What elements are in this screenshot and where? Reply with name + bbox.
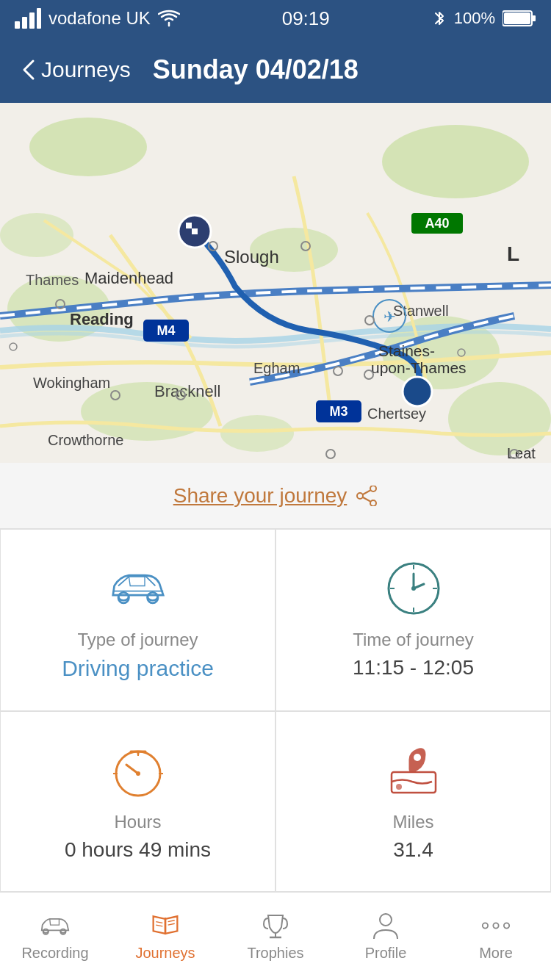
miles-icon: [381, 741, 447, 800]
carrier-text: vodafone UK: [48, 8, 151, 29]
svg-point-86: [396, 784, 402, 790]
time-value: 11:15 - 12:05: [353, 656, 474, 680]
trophies-nav-icon: [261, 911, 290, 940]
miles-label: Miles: [392, 812, 433, 832]
svg-point-72: [411, 586, 416, 591]
svg-point-98: [504, 923, 509, 928]
svg-text:Egham: Egham: [253, 360, 300, 376]
more-nav-icon: [481, 911, 511, 940]
wifi-icon: [158, 10, 180, 27]
svg-text:Thames: Thames: [26, 272, 79, 288]
back-label: Journeys: [41, 57, 131, 82]
svg-point-14: [448, 382, 551, 455]
svg-point-15: [0, 213, 73, 257]
share-journey-link[interactable]: Share your journey: [173, 484, 378, 508]
stats-grid: Type of journey Driving practice Time of…: [0, 529, 551, 892]
svg-text:Leat: Leat: [507, 445, 536, 461]
bluetooth-icon: [432, 8, 447, 29]
battery-text: 100%: [454, 9, 495, 28]
profile-nav-label: Profile: [365, 945, 407, 962]
recording-nav-icon: [40, 911, 70, 940]
svg-point-62: [370, 486, 376, 491]
svg-point-9: [382, 125, 529, 198]
type-value: Driving practice: [62, 656, 214, 681]
stat-cell-time: Time of journey 11:15 - 12:05: [276, 529, 551, 711]
stat-cell-type: Type of journey Driving practice: [0, 529, 276, 711]
miles-value: 31.4: [393, 838, 433, 862]
svg-rect-47: [186, 228, 192, 234]
nav-item-profile[interactable]: Profile: [331, 893, 441, 980]
signal-icon: [15, 8, 41, 29]
svg-text:L: L: [507, 242, 519, 265]
svg-text:Bracknell: Bracknell: [154, 382, 220, 400]
svg-text:Maidenhead: Maidenhead: [84, 269, 173, 287]
nav-item-trophies[interactable]: Trophies: [220, 893, 331, 980]
bottom-nav: Recording Journeys: [0, 892, 551, 980]
svg-text:M4: M4: [156, 323, 175, 338]
svg-point-63: [370, 500, 376, 506]
svg-point-16: [220, 415, 294, 452]
clock-icon: [381, 559, 447, 618]
map-container[interactable]: M4 M3 A40 Thames Reading Maidenhead Slou…: [0, 103, 551, 463]
more-nav-label: More: [479, 945, 513, 962]
page-title: Sunday 04/02/18: [153, 54, 359, 85]
svg-point-8: [29, 118, 147, 176]
svg-point-49: [403, 377, 432, 406]
svg-text:M3: M3: [329, 404, 347, 419]
svg-text:Sandhurst: Sandhurst: [129, 461, 196, 463]
svg-text:Reading: Reading: [70, 310, 134, 328]
svg-text:upon-Thames: upon-Thames: [371, 359, 467, 376]
status-right: 100%: [432, 8, 536, 29]
svg-text:Yateley: Yateley: [44, 461, 92, 463]
header: Journeys Sunday 04/02/18: [0, 37, 551, 103]
share-label: Share your journey: [173, 484, 347, 508]
svg-point-96: [483, 923, 488, 928]
svg-point-97: [493, 923, 498, 928]
share-section[interactable]: Share your journey: [0, 463, 551, 529]
svg-text:Wokingham: Wokingham: [33, 375, 110, 391]
timer-icon: [105, 741, 171, 800]
hours-label: Hours: [114, 812, 161, 832]
time-label: Time of journey: [353, 630, 474, 650]
svg-rect-6: [504, 12, 530, 24]
recording-nav-label: Recording: [21, 945, 88, 962]
svg-rect-2: [29, 12, 35, 29]
svg-point-84: [414, 754, 421, 761]
journeys-nav-icon: [151, 911, 180, 940]
journeys-nav-label: Journeys: [135, 945, 195, 962]
profile-nav-icon: [371, 911, 400, 940]
svg-text:Crowthorne: Crowthorne: [48, 432, 123, 448]
car-icon: [105, 559, 171, 618]
svg-rect-1: [22, 17, 27, 29]
hours-value: 0 hours 49 mins: [65, 838, 211, 862]
svg-text:Slough: Slough: [224, 247, 279, 267]
stat-cell-miles: Miles 31.4: [276, 711, 551, 892]
svg-rect-46: [192, 223, 198, 228]
svg-rect-48: [192, 228, 198, 234]
svg-text:Chertsey: Chertsey: [367, 406, 426, 422]
svg-rect-45: [186, 223, 192, 228]
svg-line-79: [126, 765, 138, 774]
svg-rect-0: [15, 21, 20, 29]
back-chevron-icon: [22, 59, 35, 81]
map-svg: M4 M3 A40 Thames Reading Maidenhead Slou…: [0, 103, 551, 463]
nav-item-journeys[interactable]: Journeys: [110, 893, 220, 980]
status-bar: vodafone UK 09:19 100%: [0, 0, 551, 37]
nav-item-more[interactable]: More: [441, 893, 551, 980]
back-button[interactable]: Journeys: [22, 57, 131, 82]
type-label: Type of journey: [77, 630, 198, 650]
trophies-nav-label: Trophies: [247, 945, 303, 962]
svg-line-90: [156, 925, 162, 926]
share-icon: [356, 486, 378, 506]
svg-text:Woking: Woking: [242, 461, 301, 463]
svg-line-89: [156, 922, 162, 923]
svg-text:A40: A40: [425, 216, 449, 231]
svg-line-91: [168, 920, 175, 922]
nav-item-recording[interactable]: Recording: [0, 893, 110, 980]
svg-text:Staines-: Staines-: [378, 342, 435, 359]
svg-line-92: [168, 923, 175, 925]
svg-point-80: [136, 771, 140, 776]
svg-rect-5: [532, 15, 536, 21]
stat-cell-hours: Hours 0 hours 49 mins: [0, 711, 276, 892]
battery-icon: [503, 10, 536, 27]
